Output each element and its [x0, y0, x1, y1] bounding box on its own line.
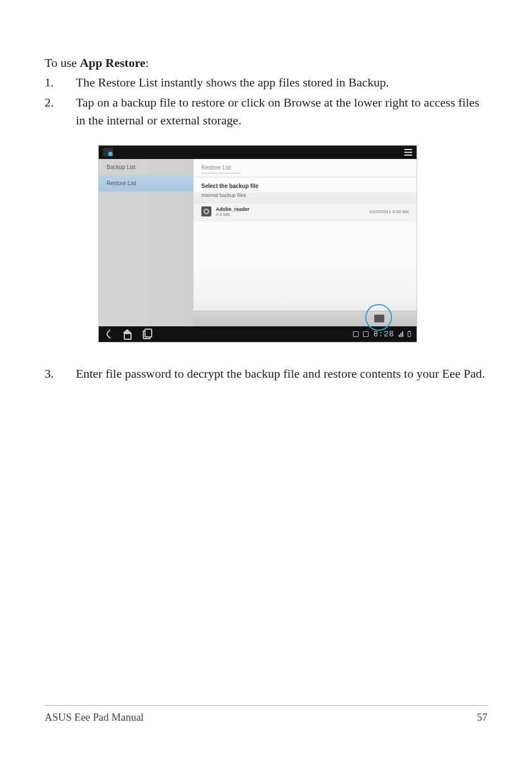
- heading-bold: App Restore: [80, 56, 146, 70]
- step-2: 2. Tap on a backup file to restore or cl…: [45, 94, 487, 129]
- heading-line: To use App Restore:: [45, 56, 487, 70]
- main-title: Restore List: [201, 165, 231, 171]
- tablet-system-bar: 8:28: [99, 326, 417, 342]
- sidebar-item-backup[interactable]: Backup List: [99, 159, 194, 175]
- section-subheading: Internal backup files: [194, 192, 417, 203]
- tablet-body: Backup List Restore List Restore List Se…: [99, 159, 417, 326]
- browse-button[interactable]: [374, 315, 384, 322]
- section-heading: Select the backup file: [194, 177, 417, 192]
- mail-icon: [363, 331, 369, 337]
- page-footer: ASUS Eee Pad Manual 57: [45, 705, 487, 724]
- step-text: The Restore List instantly shows the app…: [76, 75, 389, 89]
- page-number: 57: [477, 711, 487, 724]
- sidebar: Backup List Restore List: [99, 159, 194, 326]
- step-3: 3. Enter file password to decrypt the ba…: [45, 365, 487, 383]
- step-number: 3.: [45, 365, 67, 383]
- step-1: 1. The Restore List instantly shows the …: [45, 74, 487, 91]
- app-logo-icon: [103, 148, 113, 157]
- file-meta: Adobe_reader 4.8 MB: [216, 206, 369, 217]
- step-text: Enter file password to decrypt the backu…: [76, 367, 485, 380]
- tablet-frame: Backup List Restore List Restore List Se…: [98, 145, 417, 343]
- main-header: Restore List: [194, 159, 417, 177]
- step-text: Tap on a backup file to restore or click…: [76, 95, 480, 127]
- back-icon[interactable]: [104, 330, 113, 339]
- menu-icon[interactable]: [404, 149, 412, 156]
- steps-list: 1. The Restore List instantly shows the …: [45, 74, 487, 129]
- home-icon[interactable]: [123, 330, 132, 339]
- step-number: 2.: [45, 94, 67, 112]
- recent-apps-icon[interactable]: [142, 330, 151, 339]
- file-icon: [201, 206, 211, 216]
- battery-icon: [408, 331, 411, 337]
- sidebar-item-restore[interactable]: Restore List: [99, 175, 194, 191]
- main-panel: Restore List Select the backup file Inte…: [194, 159, 417, 326]
- status-area[interactable]: 8:28: [353, 330, 411, 339]
- notification-icon: [353, 331, 359, 337]
- heading-prefix: To use: [45, 56, 80, 70]
- tablet-action-bar: [99, 146, 417, 159]
- tablet-screenshot: Backup List Restore List Restore List Se…: [98, 145, 417, 343]
- nav-icons: [104, 330, 151, 339]
- clock: 8:28: [373, 330, 394, 339]
- bottom-toolbar: [194, 311, 417, 326]
- heading-suffix: :: [146, 56, 149, 70]
- file-size: 4.8 MB: [216, 212, 369, 217]
- file-name: Adobe_reader: [216, 206, 369, 212]
- step-number: 1.: [45, 74, 67, 91]
- title-underline: [201, 173, 240, 173]
- steps-list-cont: 3. Enter file password to decrypt the ba…: [45, 365, 487, 383]
- footer-title: ASUS Eee Pad Manual: [45, 711, 144, 724]
- backup-file-row[interactable]: Adobe_reader 4.8 MB 10/25/2011 8:28 AM: [194, 203, 417, 221]
- file-date: 10/25/2011 8:28 AM: [369, 209, 409, 214]
- wifi-icon: [399, 331, 403, 337]
